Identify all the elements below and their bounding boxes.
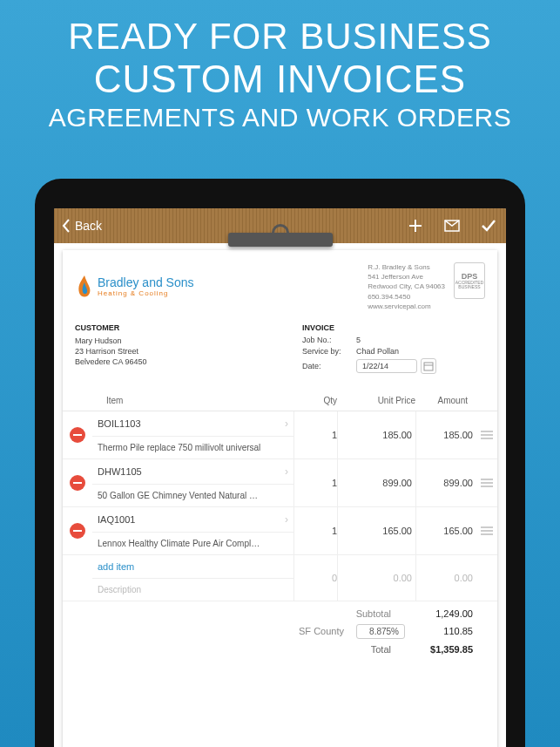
item-code[interactable]: DHW1105› [92,459,293,485]
invoice-meta: INVOICE Job No.: 5 Service by: Chad Poll… [302,323,485,377]
qty-cell[interactable]: 1 [293,459,337,506]
subtotal-label: Subtotal [313,608,391,619]
col-qty: Qty [293,396,337,405]
back-button[interactable]: Back [54,218,102,234]
plus-icon[interactable] [407,217,424,234]
service-value: Chad Pollan [356,347,399,356]
unit-price-cell[interactable]: 899.00 [337,459,415,506]
add-item-row[interactable]: add item Description 0 0.00 0.00 [63,555,497,601]
chevron-right-icon: › [285,465,288,478]
chevron-left-icon [61,218,71,234]
amount-cell: 899.00 [415,459,476,506]
company-logo: Bradley and Sons Heating & Cooling [75,262,194,311]
brand-name: Bradley and Sons [98,275,194,289]
promo-banner: READY FOR BUSINESS CUSTOM INVOICES AGREE… [0,0,560,132]
promo-line-2: CUSTOM INVOICES [0,58,560,101]
add-item-desc[interactable]: Description [92,579,267,601]
item-code[interactable]: IAQ1001› [92,507,293,533]
qty-cell[interactable]: 1 [293,507,337,554]
delete-button[interactable] [63,411,92,458]
unit-price-cell[interactable]: 165.00 [337,507,415,554]
col-unit-price: Unit Price [337,396,415,405]
drag-icon [481,526,493,535]
col-item: Item [106,396,293,405]
total-value: $1,359.85 [403,644,473,655]
customer-block: CUSTOMER Mary Hudson 23 Harrison Street … [75,323,302,377]
mail-icon[interactable] [443,217,461,234]
tax-percent[interactable]: 8.875% [356,624,405,639]
amount-cell: 165.00 [415,507,476,554]
promo-line-3: AGREEMENTS AND WORK ORDERS [0,103,560,132]
check-icon[interactable] [480,217,497,234]
add-item-label[interactable]: add item [98,561,134,572]
add-qty: 0 [293,555,337,601]
add-amt: 0.00 [415,555,476,601]
table-row: BOIL1103›Thermo Pile replace 750 millivo… [63,411,497,459]
promo-line-1: READY FOR BUSINESS [0,16,560,58]
company-info: R.J. Bradley & Sons 541 Jefferson Ave Re… [368,262,445,311]
invoice-paper: Bradley and Sons Heating & Cooling R.J. … [63,250,497,747]
drag-handle[interactable] [476,507,497,554]
date-input[interactable]: 1/22/14 [356,359,417,373]
calendar-icon[interactable] [421,358,436,374]
minus-icon [70,427,85,443]
item-description[interactable]: 50 Gallon GE Chimney Vented Natural Gas … [92,485,267,506]
tablet-frame: Back Bradley and Sons [35,179,525,747]
drag-icon [481,479,493,487]
col-amount: Amount [415,396,485,405]
back-label: Back [75,219,102,233]
unit-price-cell[interactable]: 185.00 [337,411,415,458]
item-code[interactable]: BOIL1103› [92,411,293,437]
job-label: Job No.: [302,336,356,344]
minus-icon [70,475,85,491]
drag-icon [481,431,493,439]
customer-heading: CUSTOMER [75,323,302,332]
flame-icon [75,274,94,300]
add-up: 0.00 [337,555,415,601]
accreditation-badge: DPS ACCREDITED BUSINESS [454,262,485,299]
amount-cell: 185.00 [415,411,476,458]
chevron-right-icon: › [285,418,288,430]
service-label: Service by: [302,347,356,356]
totals-block: Subtotal 1,249.00 SF County 8.875% 110.8… [63,601,497,655]
item-description[interactable]: Thermo Pile replace 750 millivolt univer… [92,437,267,458]
customer-addr1: 23 Harrison Street [75,346,302,357]
delete-button[interactable] [63,459,92,506]
subtotal-value: 1,249.00 [403,608,473,619]
delete-button[interactable] [63,507,92,554]
job-value: 5 [356,336,361,344]
customer-addr2: Belvedere CA 96450 [75,357,302,367]
svg-rect-1 [424,363,433,370]
minus-icon [70,523,85,539]
app-screen: Back Bradley and Sons [54,208,506,747]
chevron-right-icon: › [285,513,288,526]
date-label: Date: [302,362,356,370]
brand-tagline: Heating & Cooling [98,289,194,297]
invoice-heading: INVOICE [302,323,485,332]
table-row: IAQ1001›Lennox Healthy Climate Pure Air … [63,507,497,555]
item-description[interactable]: Lennox Healthy Climate Pure Air Complete… [92,533,267,554]
qty-cell[interactable]: 1 [293,411,337,458]
clipboard-clip [228,233,333,259]
table-header: Item Qty Unit Price Amount [63,389,497,411]
total-label: Total [313,644,391,655]
drag-handle[interactable] [476,459,497,506]
drag-handle[interactable] [476,411,497,458]
customer-name: Mary Hudson [75,336,302,346]
tax-label: SF County [266,626,344,636]
tax-value: 110.85 [417,626,473,636]
table-row: DHW1105›50 Gallon GE Chimney Vented Natu… [63,459,497,507]
